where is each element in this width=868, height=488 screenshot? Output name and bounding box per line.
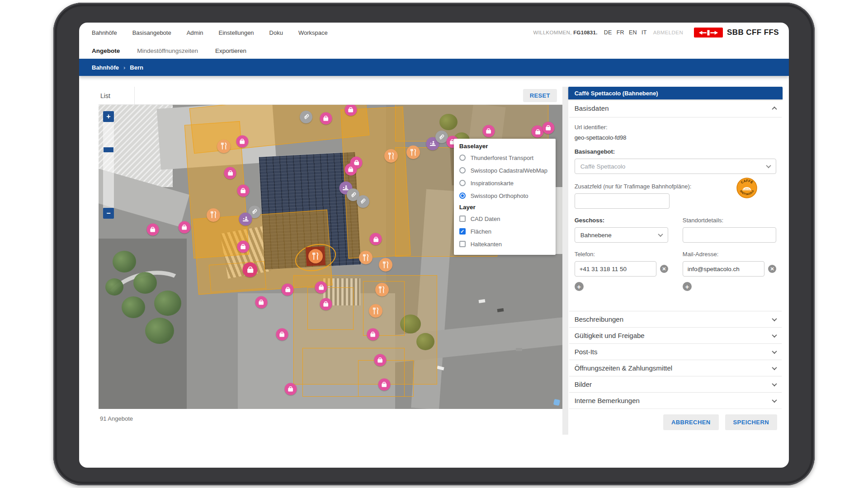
checkbox-icon[interactable] (459, 216, 466, 222)
poi-marker-service[interactable] (300, 111, 312, 123)
zusatzfeld-input[interactable] (575, 193, 670, 209)
lang-de[interactable]: DE (604, 29, 612, 36)
zoom-in-button[interactable]: + (103, 111, 114, 122)
poi-marker-shop[interactable] (374, 354, 386, 366)
nav-einstellungen[interactable]: Einstellungen (219, 29, 254, 36)
telefon-input[interactable] (575, 261, 656, 277)
poi-marker-shop[interactable] (237, 240, 249, 253)
add-telefon-button[interactable]: + (575, 282, 584, 291)
poi-marker-shop[interactable] (178, 221, 190, 233)
chevron-down-icon (766, 163, 771, 168)
poi-marker-food[interactable] (384, 149, 398, 163)
clear-mail-icon[interactable]: ✕ (768, 265, 776, 273)
radio-icon[interactable] (459, 155, 466, 161)
panel-divider (562, 87, 568, 435)
chevron-up-icon (772, 106, 777, 111)
list-tab[interactable]: List (99, 87, 135, 104)
save-button[interactable]: SPEICHERN (725, 414, 777, 430)
logout-link[interactable]: ABMELDEN (653, 30, 683, 35)
section-gueltigkeit-und-freigabe[interactable]: Gültigkeit und Freigabe (569, 327, 782, 343)
layer-option-haltekanten[interactable]: Haltekanten (459, 238, 551, 250)
section-interne-bemerkungen[interactable]: Interne Bemerkungen (569, 392, 782, 408)
poi-marker-food[interactable] (217, 140, 231, 153)
tab-mindestoeffnungszeiten[interactable]: Mindestöffnungszeiten (137, 47, 198, 54)
poi-marker-shop[interactable] (284, 383, 297, 395)
map-viewport[interactable]: + − Baselayer Thunderforest Transport (99, 105, 562, 409)
checkbox-icon[interactable] (459, 228, 466, 235)
poi-marker-shop[interactable] (146, 223, 159, 235)
section-bilder[interactable]: Bilder (569, 376, 782, 392)
reset-button[interactable]: RESET (523, 89, 557, 102)
poi-marker-shop[interactable] (237, 184, 249, 197)
poi-marker-shop[interactable] (542, 122, 554, 134)
telefon-label: Telefon: (575, 251, 668, 258)
nav-workspace[interactable]: Workspace (298, 29, 328, 36)
tab-exportieren[interactable]: Exportieren (215, 47, 246, 54)
poi-marker-shop[interactable] (282, 284, 294, 296)
baselayer-option-cadastral[interactable]: Swisstopo CadastralWebMap (459, 164, 551, 177)
poi-marker-food[interactable] (369, 304, 382, 318)
chevron-down-icon (658, 232, 663, 237)
zoom-slider-thumb[interactable] (104, 147, 113, 152)
poi-marker-shop[interactable] (370, 233, 382, 245)
poi-marker-shop[interactable] (378, 379, 390, 391)
checkbox-icon[interactable] (459, 241, 466, 247)
layer-title: Layer (459, 204, 551, 211)
poi-marker-shop[interactable] (482, 125, 495, 137)
poi-marker-shop[interactable] (320, 112, 332, 124)
sbb-flag-icon (694, 28, 723, 38)
clear-telefon-icon[interactable]: ✕ (660, 265, 668, 273)
poi-marker-shop[interactable] (224, 167, 236, 179)
poi-marker-shop[interactable] (255, 296, 267, 308)
breadcrumb-bern: Bern (130, 64, 143, 71)
standortdetails-label: Standortdetails: (683, 217, 776, 224)
mail-input[interactable] (683, 261, 764, 277)
nav-basisangebote[interactable]: Basisangebote (132, 29, 171, 36)
section-post-its[interactable]: Post-Its (569, 343, 782, 360)
basisangebot-label: Basisangebot: (575, 148, 776, 155)
lang-it[interactable]: IT (642, 29, 647, 36)
poi-marker-service[interactable] (357, 195, 369, 208)
poi-marker-food-selected[interactable] (308, 249, 323, 263)
layer-option-cad-daten[interactable]: CAD Daten (459, 212, 551, 225)
baselayer-option-orthophoto[interactable]: Swisstopo Orthophoto (459, 189, 551, 202)
poi-marker-food[interactable] (375, 283, 389, 296)
poi-marker-shop[interactable] (320, 298, 332, 310)
nav-admin[interactable]: Admin (187, 29, 203, 36)
lang-en[interactable]: EN (629, 29, 637, 36)
poi-marker-food[interactable] (359, 251, 373, 264)
geschoss-select[interactable]: Bahnebene (575, 227, 668, 243)
standortdetails-input[interactable] (683, 227, 776, 243)
basisangebot-select[interactable]: Caffè Spettacolo (575, 159, 776, 174)
radio-icon[interactable] (459, 167, 466, 174)
add-mail-button[interactable]: + (683, 282, 692, 291)
tab-angebote[interactable]: Angebote (92, 47, 120, 54)
radio-icon[interactable] (459, 192, 466, 199)
section-basisdaten[interactable]: Basisdaten (569, 99, 782, 117)
poi-marker-food[interactable] (207, 208, 220, 222)
poi-marker-shop[interactable] (344, 163, 357, 175)
poi-marker-shop-big[interactable] (243, 262, 258, 277)
poi-marker-shop[interactable] (276, 328, 288, 341)
url-identifier-label: Url identifier: (575, 124, 776, 131)
poi-marker-shop[interactable] (236, 135, 248, 147)
radio-icon[interactable] (459, 180, 466, 186)
poi-marker-shop[interactable] (315, 281, 327, 293)
baselayer-option-inspirationskarte[interactable]: Inspirationskarte (459, 177, 551, 189)
map-attribution-icon[interactable] (553, 399, 560, 406)
layer-option-flaechen[interactable]: Flächen (459, 225, 551, 238)
poi-marker-desk[interactable] (239, 213, 252, 226)
lang-fr[interactable]: FR (617, 29, 624, 36)
zoom-slider-track[interactable] (103, 122, 114, 208)
poi-marker-food[interactable] (379, 258, 392, 272)
baselayer-option-thunderforest[interactable]: Thunderforest Transport (459, 151, 551, 164)
nav-bahnhoefe[interactable]: Bahnhöfe (92, 29, 117, 36)
nav-doku[interactable]: Doku (269, 29, 283, 36)
zoom-out-button[interactable]: − (103, 208, 114, 219)
section-oeffnungszeiten-zahlungsmittel[interactable]: Öffnungszeiten & Zahlungsmittel (569, 360, 782, 376)
breadcrumb-bahnhoefe[interactable]: Bahnhöfe (92, 64, 119, 71)
poi-marker-food[interactable] (406, 145, 420, 159)
section-beschreibungen[interactable]: Beschreibungen (569, 311, 782, 327)
poi-marker-shop[interactable] (367, 328, 379, 341)
cancel-button[interactable]: ABBRECHEN (663, 414, 719, 430)
